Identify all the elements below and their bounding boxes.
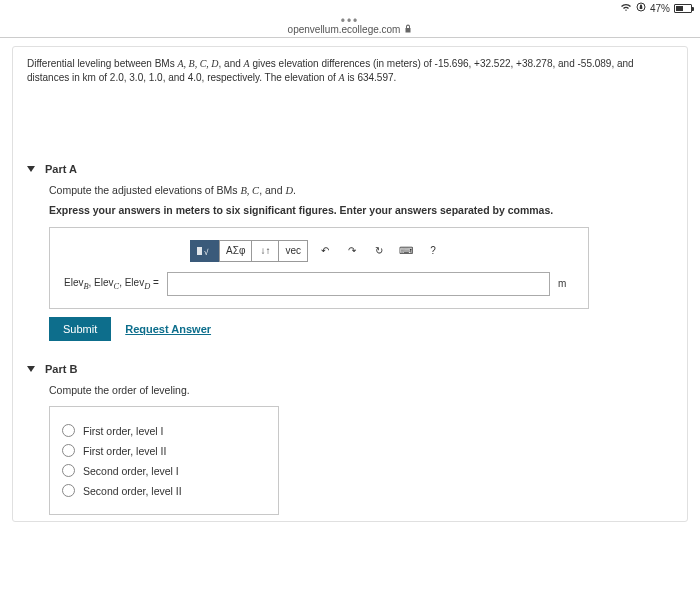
url-text: openvellum.ecollege.com — [288, 24, 401, 35]
caret-down-icon — [27, 166, 35, 172]
wifi-icon — [620, 3, 632, 14]
part-a-header[interactable]: Part A — [27, 163, 673, 175]
part-a-instruction-1: Compute the adjusted elevations of BMs B… — [49, 183, 673, 199]
lock-icon — [404, 24, 412, 35]
keyboard-button[interactable]: ⌨ — [392, 240, 420, 262]
greek-button[interactable]: ΑΣφ — [219, 240, 252, 262]
submit-button[interactable]: Submit — [49, 317, 111, 341]
answer-input[interactable] — [167, 272, 550, 296]
radio-option[interactable]: Second order, level I — [62, 464, 266, 477]
caret-down-icon — [27, 366, 35, 372]
orientation-lock-icon — [636, 2, 646, 14]
part-b-header[interactable]: Part B — [27, 363, 673, 375]
answer-label: ElevB, ElevC, ElevD = — [64, 277, 159, 291]
problem-statement-card: Differential leveling between BMs A, B, … — [12, 46, 688, 522]
radio-option[interactable]: Second order, level II — [62, 484, 266, 497]
part-a-title: Part A — [45, 163, 77, 175]
radio-options-box: First order, level I First order, level … — [49, 406, 279, 515]
radio-label: Second order, level II — [83, 485, 182, 497]
subscript-button[interactable]: ↓↑ — [251, 240, 279, 262]
radio-label: Second order, level I — [83, 465, 179, 477]
help-button[interactable]: ? — [419, 240, 447, 262]
unit-label: m — [558, 278, 574, 289]
templates-button[interactable]: √ — [190, 240, 220, 262]
problem-text: Differential leveling between BMs A, B, … — [27, 57, 673, 85]
radio-option[interactable]: First order, level I — [62, 424, 266, 437]
part-b-prompt: Compute the order of leveling. — [49, 383, 673, 399]
battery-icon — [674, 4, 692, 13]
radio-icon[interactable] — [62, 424, 75, 437]
redo-button[interactable]: ↷ — [338, 240, 366, 262]
battery-percent: 47% — [650, 3, 670, 14]
equation-toolbar: √ ΑΣφ ↓↑ vec ↶ ↷ ↻ ⌨ ? — [64, 240, 574, 262]
part-b-title: Part B — [45, 363, 77, 375]
svg-text:√: √ — [204, 248, 209, 257]
radio-icon[interactable] — [62, 444, 75, 457]
radio-label: First order, level I — [83, 425, 164, 437]
radio-option[interactable]: First order, level II — [62, 444, 266, 457]
radio-icon[interactable] — [62, 464, 75, 477]
undo-button[interactable]: ↶ — [311, 240, 339, 262]
part-a-instruction-2: Express your answers in meters to six si… — [49, 203, 673, 219]
answer-box: √ ΑΣφ ↓↑ vec ↶ ↷ ↻ ⌨ ? ElevB, ElevC, Ele… — [49, 227, 589, 309]
vec-button[interactable]: vec — [278, 240, 308, 262]
browser-url-bar[interactable]: ••• openvellum.ecollege.com — [0, 16, 700, 38]
radio-icon[interactable] — [62, 484, 75, 497]
svg-rect-1 — [197, 247, 202, 255]
request-answer-link[interactable]: Request Answer — [125, 323, 211, 335]
radio-label: First order, level II — [83, 445, 166, 457]
reset-button[interactable]: ↻ — [365, 240, 393, 262]
